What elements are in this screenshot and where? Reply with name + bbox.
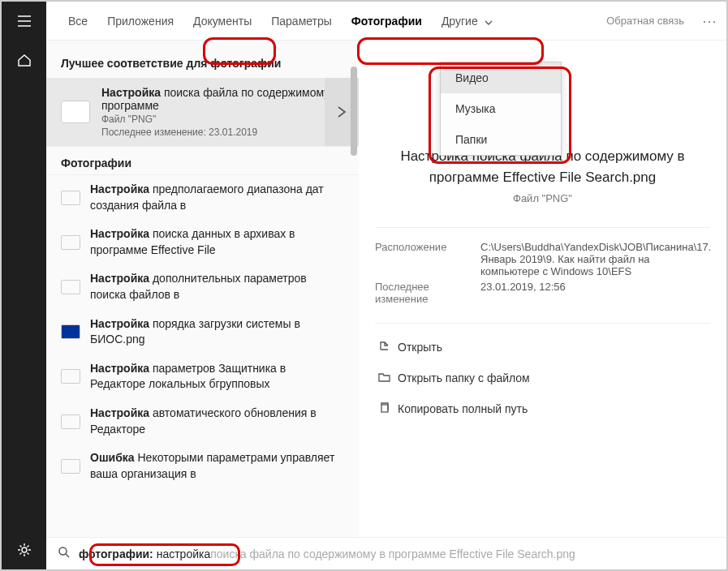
modified-label: Последнее изменение [375, 281, 472, 305]
open-icon [378, 340, 398, 354]
thumbnail-icon [61, 280, 80, 294]
action-label: Копировать полный путь [398, 402, 528, 415]
tab-apps[interactable]: Приложения [97, 2, 183, 41]
search-icon [58, 546, 71, 562]
result-title: Настройка поиска данных в архивах в прог… [80, 226, 344, 258]
svg-point-2 [59, 547, 67, 555]
chevron-down-icon [485, 15, 493, 28]
settings-button[interactable] [2, 530, 46, 569]
thumbnail-icon [61, 414, 80, 429]
menu-icon [17, 14, 32, 28]
dropdown-item-folders[interactable]: Папки [441, 124, 561, 155]
copy-path-action[interactable]: Копировать полный путь [375, 393, 710, 424]
copy-icon [378, 401, 398, 416]
results-pane: Лучшее соответствие для фотографии Настр… [46, 41, 359, 537]
location-value: C:\Users\Buddha\YandexDisk\JOB\Писанина\… [480, 241, 711, 277]
location-label: Расположение [375, 241, 472, 277]
thumbnail-icon [61, 191, 80, 205]
search-query: фотографии: настройка [71, 547, 210, 560]
tab-documents[interactable]: Документы [183, 2, 261, 41]
home-button[interactable] [2, 41, 46, 79]
result-title: Настройка предполагаемого диапазона дат … [80, 182, 344, 213]
thumbnail-icon [61, 235, 80, 250]
result-item[interactable]: Настройка поиска данных в архивах в прог… [46, 220, 359, 264]
menu-button[interactable] [2, 2, 46, 41]
arrow-right-icon [335, 105, 348, 118]
results-scrollbar[interactable] [349, 67, 359, 537]
action-label: Открыть папку с файлом [398, 371, 530, 384]
search-completion: поиска файла по содержимому в программе … [210, 547, 575, 560]
result-item[interactable]: Настройка автоматического обновления в Р… [46, 399, 359, 444]
result-item[interactable]: Настройка предполагаемого диапазона дат … [46, 175, 359, 220]
result-title: Настройка дополнительных параметров поис… [80, 271, 344, 303]
best-match-filetype: Файл "PNG" [101, 114, 349, 125]
tab-photos[interactable]: Фотографии [342, 2, 432, 41]
photos-section-header: Фотографии [46, 146, 359, 175]
action-label: Открыть [398, 341, 442, 354]
folder-icon [378, 371, 398, 385]
more-button[interactable]: ⋯ [692, 12, 726, 30]
svg-point-0 [22, 547, 27, 552]
open-folder-action[interactable]: Открыть папку с файлом [375, 363, 710, 393]
thumbnail-icon [61, 369, 80, 384]
leftbar [2, 2, 46, 569]
result-item[interactable]: Ошибка Некоторыми параметрами управляет … [46, 444, 359, 488]
filter-tabs: Все Приложения Документы Параметры Фотог… [46, 2, 726, 41]
svg-rect-1 [381, 405, 388, 412]
dropdown-item-video[interactable]: Видео [441, 62, 561, 93]
gear-icon [17, 543, 32, 557]
thumbnail-icon [61, 101, 90, 123]
best-match-title: Настройка поиска файла по содержимому в … [101, 86, 349, 112]
modified-value: 23.01.2019, 12:56 [480, 281, 711, 305]
result-item[interactable]: Настройка порядка загрузки системы в БИО… [46, 310, 359, 354]
result-item[interactable]: Настройка параметров Защитника в Редакто… [46, 354, 359, 399]
tab-more[interactable]: Другие [432, 2, 502, 41]
best-match-item[interactable]: Настройка поиска файла по содержимому в … [46, 78, 359, 146]
open-action[interactable]: Открыть [375, 332, 710, 363]
scrollbar-thumb[interactable] [351, 67, 357, 156]
best-match-header: Лучшее соответствие для фотографии [46, 41, 359, 78]
feedback-link[interactable]: Обратная связь [598, 15, 692, 27]
tab-all[interactable]: Все [58, 2, 97, 41]
thumbnail-icon [61, 324, 80, 339]
result-item[interactable]: Настройка дополнительных параметров поис… [46, 264, 359, 309]
result-title: Ошибка Некоторыми параметрами управляет … [80, 450, 344, 482]
tab-settings[interactable]: Параметры [261, 2, 342, 41]
thumbnail-icon [61, 459, 80, 474]
more-dropdown: Видео Музыка Папки [440, 62, 562, 156]
search-bar[interactable]: фотографии: настройка поиска файла по со… [46, 537, 726, 569]
result-title: Настройка автоматического обновления в Р… [80, 406, 344, 437]
home-icon [17, 53, 32, 67]
dropdown-item-music[interactable]: Музыка [441, 93, 561, 124]
tab-more-label: Другие [442, 15, 478, 28]
best-match-modified: Последнее изменение: 23.01.2019 [101, 127, 349, 138]
result-title: Настройка параметров Защитника в Редакто… [80, 361, 344, 393]
result-title: Настройка порядка загрузки системы в БИО… [80, 316, 344, 348]
detail-filetype: Файл "PNG" [375, 192, 710, 204]
